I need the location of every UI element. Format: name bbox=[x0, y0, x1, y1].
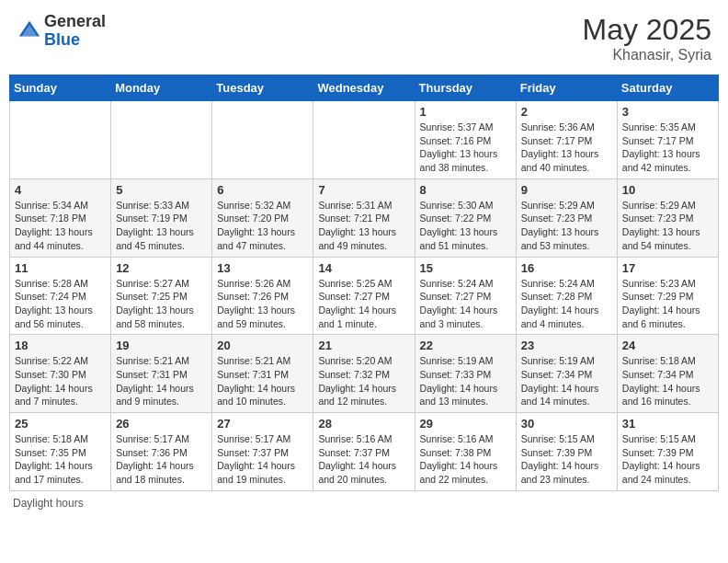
day-number: 25 bbox=[15, 417, 106, 431]
calendar-cell: 10Sunrise: 5:29 AM Sunset: 7:23 PM Dayli… bbox=[617, 178, 718, 257]
day-number: 17 bbox=[622, 261, 713, 275]
day-number: 24 bbox=[622, 339, 713, 352]
day-number: 5 bbox=[116, 183, 207, 197]
calendar-cell: 8Sunrise: 5:30 AM Sunset: 7:22 PM Daylig… bbox=[415, 178, 516, 257]
logo-text: General Blue bbox=[44, 13, 106, 50]
calendar-cell: 21Sunrise: 5:20 AM Sunset: 7:32 PM Dayli… bbox=[313, 335, 415, 413]
day-number: 13 bbox=[217, 261, 308, 275]
day-info: Sunrise: 5:19 AM Sunset: 7:33 PM Dayligh… bbox=[420, 354, 511, 408]
col-header-monday: Monday bbox=[111, 75, 212, 101]
calendar-cell: 11Sunrise: 5:28 AM Sunset: 7:24 PM Dayli… bbox=[10, 257, 111, 335]
day-info: Sunrise: 5:24 AM Sunset: 7:28 PM Dayligh… bbox=[521, 277, 612, 331]
calendar-cell: 3Sunrise: 5:35 AM Sunset: 7:17 PM Daylig… bbox=[617, 101, 718, 179]
calendar-cell: 7Sunrise: 5:31 AM Sunset: 7:21 PM Daylig… bbox=[313, 178, 415, 257]
calendar-week-1: 1Sunrise: 5:37 AM Sunset: 7:16 PM Daylig… bbox=[10, 101, 719, 179]
day-info: Sunrise: 5:15 AM Sunset: 7:39 PM Dayligh… bbox=[521, 432, 612, 487]
calendar-cell bbox=[212, 101, 313, 179]
day-info: Sunrise: 5:26 AM Sunset: 7:26 PM Dayligh… bbox=[217, 277, 308, 331]
day-info: Sunrise: 5:18 AM Sunset: 7:35 PM Dayligh… bbox=[15, 432, 106, 487]
month-title: May 2025 bbox=[582, 13, 711, 47]
logo-blue: Blue bbox=[44, 31, 106, 50]
calendar-cell: 22Sunrise: 5:19 AM Sunset: 7:33 PM Dayli… bbox=[415, 335, 516, 413]
calendar-cell: 5Sunrise: 5:33 AM Sunset: 7:19 PM Daylig… bbox=[111, 178, 212, 257]
day-info: Sunrise: 5:28 AM Sunset: 7:24 PM Dayligh… bbox=[15, 277, 106, 331]
calendar-week-3: 11Sunrise: 5:28 AM Sunset: 7:24 PM Dayli… bbox=[10, 257, 719, 335]
day-number: 31 bbox=[622, 417, 713, 431]
day-number: 26 bbox=[116, 417, 207, 431]
day-number: 21 bbox=[318, 339, 409, 352]
col-header-sunday: Sunday bbox=[10, 75, 111, 101]
day-number: 8 bbox=[420, 183, 511, 197]
day-info: Sunrise: 5:18 AM Sunset: 7:34 PM Dayligh… bbox=[622, 354, 713, 408]
day-number: 19 bbox=[116, 339, 207, 352]
day-number: 15 bbox=[420, 261, 511, 275]
logo: General Blue bbox=[17, 13, 106, 50]
calendar-week-2: 4Sunrise: 5:34 AM Sunset: 7:18 PM Daylig… bbox=[10, 178, 719, 257]
day-number: 23 bbox=[521, 339, 612, 352]
col-header-saturday: Saturday bbox=[617, 75, 718, 101]
col-header-tuesday: Tuesday bbox=[212, 75, 313, 101]
day-info: Sunrise: 5:37 AM Sunset: 7:16 PM Dayligh… bbox=[420, 121, 511, 175]
day-info: Sunrise: 5:16 AM Sunset: 7:38 PM Dayligh… bbox=[420, 432, 511, 487]
calendar-cell: 27Sunrise: 5:17 AM Sunset: 7:37 PM Dayli… bbox=[212, 413, 313, 491]
day-info: Sunrise: 5:25 AM Sunset: 7:27 PM Dayligh… bbox=[318, 277, 409, 331]
day-number: 10 bbox=[622, 183, 713, 197]
calendar-cell: 6Sunrise: 5:32 AM Sunset: 7:20 PM Daylig… bbox=[212, 178, 313, 257]
day-number: 16 bbox=[521, 261, 612, 275]
col-header-wednesday: Wednesday bbox=[313, 75, 415, 101]
day-info: Sunrise: 5:21 AM Sunset: 7:31 PM Dayligh… bbox=[217, 354, 308, 408]
day-info: Sunrise: 5:21 AM Sunset: 7:31 PM Dayligh… bbox=[116, 354, 207, 408]
calendar-cell: 25Sunrise: 5:18 AM Sunset: 7:35 PM Dayli… bbox=[10, 413, 111, 491]
calendar-cell: 15Sunrise: 5:24 AM Sunset: 7:27 PM Dayli… bbox=[415, 257, 516, 335]
calendar-cell: 30Sunrise: 5:15 AM Sunset: 7:39 PM Dayli… bbox=[516, 413, 617, 491]
day-info: Sunrise: 5:30 AM Sunset: 7:22 PM Dayligh… bbox=[420, 199, 511, 253]
calendar-cell: 20Sunrise: 5:21 AM Sunset: 7:31 PM Dayli… bbox=[212, 335, 313, 413]
calendar-cell: 26Sunrise: 5:17 AM Sunset: 7:36 PM Dayli… bbox=[111, 413, 212, 491]
day-info: Sunrise: 5:20 AM Sunset: 7:32 PM Dayligh… bbox=[318, 354, 409, 408]
day-info: Sunrise: 5:33 AM Sunset: 7:19 PM Dayligh… bbox=[116, 199, 207, 253]
day-number: 2 bbox=[521, 105, 612, 119]
day-number: 30 bbox=[521, 417, 612, 431]
day-number: 4 bbox=[15, 183, 106, 197]
day-info: Sunrise: 5:17 AM Sunset: 7:37 PM Dayligh… bbox=[217, 432, 308, 487]
day-info: Sunrise: 5:29 AM Sunset: 7:23 PM Dayligh… bbox=[622, 199, 713, 253]
calendar-header-row: SundayMondayTuesdayWednesdayThursdayFrid… bbox=[10, 75, 719, 101]
day-info: Sunrise: 5:24 AM Sunset: 7:27 PM Dayligh… bbox=[420, 277, 511, 331]
day-number: 29 bbox=[420, 417, 511, 431]
day-number: 14 bbox=[318, 261, 409, 275]
day-number: 1 bbox=[420, 105, 511, 119]
calendar-table: SundayMondayTuesdayWednesdayThursdayFrid… bbox=[9, 75, 719, 491]
calendar-cell bbox=[10, 101, 111, 179]
footer-note: Daylight hours bbox=[9, 497, 719, 510]
calendar-week-5: 25Sunrise: 5:18 AM Sunset: 7:35 PM Dayli… bbox=[10, 413, 719, 491]
day-number: 28 bbox=[318, 417, 409, 431]
day-number: 20 bbox=[217, 339, 308, 352]
day-info: Sunrise: 5:32 AM Sunset: 7:20 PM Dayligh… bbox=[217, 199, 308, 253]
calendar-cell: 16Sunrise: 5:24 AM Sunset: 7:28 PM Dayli… bbox=[516, 257, 617, 335]
calendar-cell bbox=[313, 101, 415, 179]
calendar-cell bbox=[111, 101, 212, 179]
day-info: Sunrise: 5:27 AM Sunset: 7:25 PM Dayligh… bbox=[116, 277, 207, 331]
day-info: Sunrise: 5:34 AM Sunset: 7:18 PM Dayligh… bbox=[15, 199, 106, 253]
day-info: Sunrise: 5:23 AM Sunset: 7:29 PM Dayligh… bbox=[622, 277, 713, 331]
location-subtitle: Khanasir, Syria bbox=[582, 47, 711, 63]
calendar-cell: 29Sunrise: 5:16 AM Sunset: 7:38 PM Dayli… bbox=[415, 413, 516, 491]
day-info: Sunrise: 5:31 AM Sunset: 7:21 PM Dayligh… bbox=[318, 199, 409, 253]
calendar-cell: 2Sunrise: 5:36 AM Sunset: 7:17 PM Daylig… bbox=[516, 101, 617, 179]
day-number: 3 bbox=[622, 105, 713, 119]
day-info: Sunrise: 5:15 AM Sunset: 7:39 PM Dayligh… bbox=[622, 432, 713, 487]
col-header-friday: Friday bbox=[516, 75, 617, 101]
day-info: Sunrise: 5:19 AM Sunset: 7:34 PM Dayligh… bbox=[521, 354, 612, 408]
logo-icon bbox=[17, 18, 42, 44]
calendar-cell: 24Sunrise: 5:18 AM Sunset: 7:34 PM Dayli… bbox=[617, 335, 718, 413]
calendar-cell: 12Sunrise: 5:27 AM Sunset: 7:25 PM Dayli… bbox=[111, 257, 212, 335]
day-number: 18 bbox=[15, 339, 106, 352]
day-number: 12 bbox=[116, 261, 207, 275]
calendar-cell: 18Sunrise: 5:22 AM Sunset: 7:30 PM Dayli… bbox=[10, 335, 111, 413]
day-info: Sunrise: 5:29 AM Sunset: 7:23 PM Dayligh… bbox=[521, 199, 612, 253]
day-info: Sunrise: 5:16 AM Sunset: 7:37 PM Dayligh… bbox=[318, 432, 409, 487]
day-number: 6 bbox=[217, 183, 308, 197]
calendar-cell: 4Sunrise: 5:34 AM Sunset: 7:18 PM Daylig… bbox=[10, 178, 111, 257]
page-header: General Blue May 2025 Khanasir, Syria bbox=[9, 9, 719, 67]
col-header-thursday: Thursday bbox=[415, 75, 516, 101]
